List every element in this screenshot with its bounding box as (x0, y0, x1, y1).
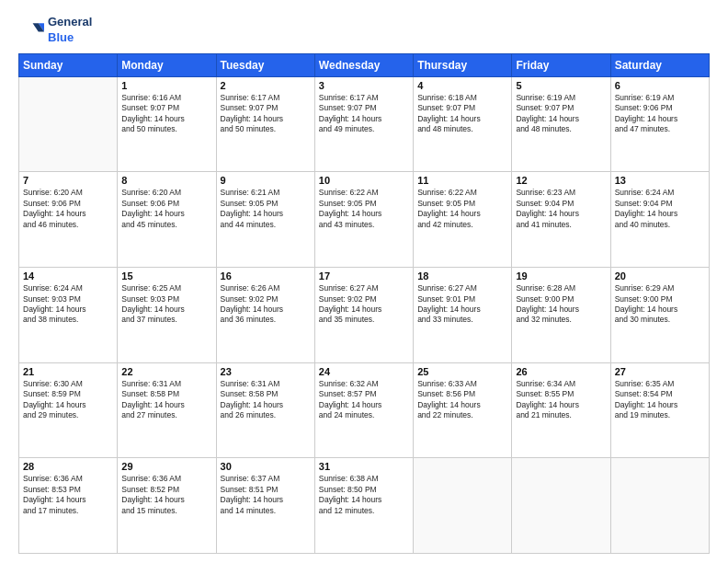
calendar-day-cell: 5Sunrise: 6:19 AM Sunset: 9:07 PM Daylig… (512, 76, 610, 172)
calendar-day-cell: 15Sunrise: 6:25 AM Sunset: 9:03 PM Dayli… (118, 268, 216, 363)
day-number: 30 (221, 461, 311, 472)
day-number: 4 (417, 80, 507, 91)
calendar-day-cell: 10Sunrise: 6:22 AM Sunset: 9:05 PM Dayli… (314, 172, 413, 268)
day-info: Sunrise: 6:35 AM Sunset: 8:54 PM Dayligh… (615, 379, 705, 421)
day-number: 6 (615, 80, 705, 91)
day-header: Monday (118, 53, 216, 76)
calendar-header-row: SundayMondayTuesdayWednesdayThursdayFrid… (19, 53, 710, 76)
day-info: Sunrise: 6:17 AM Sunset: 9:07 PM Dayligh… (319, 93, 409, 135)
page: General Blue SundayMondayTuesdayWednesda… (0, 0, 728, 563)
calendar-day-cell: 23Sunrise: 6:31 AM Sunset: 8:58 PM Dayli… (216, 362, 314, 458)
day-info: Sunrise: 6:22 AM Sunset: 9:05 PM Dayligh… (319, 188, 409, 230)
calendar-day-cell: 24Sunrise: 6:32 AM Sunset: 8:57 PM Dayli… (314, 362, 413, 458)
calendar-day-cell: 6Sunrise: 6:19 AM Sunset: 9:06 PM Daylig… (610, 76, 709, 172)
day-header: Sunday (19, 53, 118, 76)
day-number: 10 (319, 175, 409, 186)
calendar-week-row: 1Sunrise: 6:16 AM Sunset: 9:07 PM Daylig… (19, 76, 710, 172)
day-info: Sunrise: 6:24 AM Sunset: 9:03 PM Dayligh… (23, 283, 113, 326)
day-info: Sunrise: 6:31 AM Sunset: 8:58 PM Dayligh… (121, 379, 211, 421)
day-info: Sunrise: 6:25 AM Sunset: 9:03 PM Dayligh… (121, 283, 211, 326)
calendar-day-cell: 17Sunrise: 6:27 AM Sunset: 9:02 PM Dayli… (314, 268, 413, 363)
day-info: Sunrise: 6:31 AM Sunset: 8:58 PM Dayligh… (221, 379, 311, 421)
day-number: 11 (417, 175, 507, 186)
day-number: 27 (615, 366, 705, 377)
calendar-day-cell: 31Sunrise: 6:38 AM Sunset: 8:50 PM Dayli… (314, 458, 413, 554)
day-number: 18 (417, 270, 507, 282)
calendar-week-row: 7Sunrise: 6:20 AM Sunset: 9:06 PM Daylig… (19, 172, 710, 268)
day-number: 21 (23, 366, 113, 377)
day-info: Sunrise: 6:21 AM Sunset: 9:05 PM Dayligh… (221, 188, 311, 230)
day-number: 15 (121, 270, 211, 282)
day-number: 16 (221, 270, 311, 282)
calendar-day-cell: 27Sunrise: 6:35 AM Sunset: 8:54 PM Dayli… (610, 362, 709, 458)
day-info: Sunrise: 6:32 AM Sunset: 8:57 PM Dayligh… (319, 379, 409, 421)
logo: General Blue (18, 15, 92, 46)
calendar-day-cell: 8Sunrise: 6:20 AM Sunset: 9:06 PM Daylig… (118, 172, 216, 268)
day-number: 2 (221, 80, 311, 91)
day-number: 22 (121, 366, 211, 377)
calendar-day-cell (414, 458, 512, 554)
calendar-day-cell (512, 458, 610, 554)
calendar-day-cell: 30Sunrise: 6:37 AM Sunset: 8:51 PM Dayli… (216, 458, 314, 554)
day-info: Sunrise: 6:19 AM Sunset: 9:07 PM Dayligh… (516, 93, 606, 135)
day-info: Sunrise: 6:24 AM Sunset: 9:04 PM Dayligh… (615, 188, 705, 230)
calendar-week-row: 14Sunrise: 6:24 AM Sunset: 9:03 PM Dayli… (19, 268, 710, 363)
calendar-week-row: 21Sunrise: 6:30 AM Sunset: 8:59 PM Dayli… (19, 362, 710, 458)
day-info: Sunrise: 6:29 AM Sunset: 9:00 PM Dayligh… (615, 283, 705, 326)
day-header: Thursday (414, 53, 512, 76)
day-info: Sunrise: 6:20 AM Sunset: 9:06 PM Dayligh… (121, 188, 211, 230)
day-header: Wednesday (314, 53, 413, 76)
calendar-day-cell: 11Sunrise: 6:22 AM Sunset: 9:05 PM Dayli… (414, 172, 512, 268)
day-number: 19 (516, 270, 606, 282)
day-info: Sunrise: 6:36 AM Sunset: 8:52 PM Dayligh… (121, 474, 211, 516)
calendar-day-cell: 16Sunrise: 6:26 AM Sunset: 9:02 PM Dayli… (216, 268, 314, 363)
day-info: Sunrise: 6:16 AM Sunset: 9:07 PM Dayligh… (121, 93, 211, 135)
calendar-day-cell: 28Sunrise: 6:36 AM Sunset: 8:53 PM Dayli… (19, 458, 118, 554)
day-info: Sunrise: 6:37 AM Sunset: 8:51 PM Dayligh… (221, 474, 311, 516)
day-number: 29 (121, 461, 211, 472)
day-info: Sunrise: 6:17 AM Sunset: 9:07 PM Dayligh… (221, 93, 311, 135)
day-number: 24 (319, 366, 409, 377)
day-info: Sunrise: 6:36 AM Sunset: 8:53 PM Dayligh… (23, 474, 113, 516)
day-info: Sunrise: 6:26 AM Sunset: 9:02 PM Dayligh… (221, 283, 311, 326)
calendar-day-cell: 3Sunrise: 6:17 AM Sunset: 9:07 PM Daylig… (314, 76, 413, 172)
day-number: 26 (516, 366, 606, 377)
day-info: Sunrise: 6:34 AM Sunset: 8:55 PM Dayligh… (516, 379, 606, 421)
calendar-day-cell: 13Sunrise: 6:24 AM Sunset: 9:04 PM Dayli… (610, 172, 709, 268)
day-header: Saturday (610, 53, 709, 76)
day-number: 14 (23, 270, 113, 282)
calendar-day-cell: 25Sunrise: 6:33 AM Sunset: 8:56 PM Dayli… (414, 362, 512, 458)
day-info: Sunrise: 6:38 AM Sunset: 8:50 PM Dayligh… (319, 474, 409, 516)
calendar-day-cell: 4Sunrise: 6:18 AM Sunset: 9:07 PM Daylig… (414, 76, 512, 172)
day-header: Tuesday (216, 53, 314, 76)
day-number: 23 (221, 366, 311, 377)
calendar-week-row: 28Sunrise: 6:36 AM Sunset: 8:53 PM Dayli… (19, 458, 710, 554)
calendar-day-cell: 9Sunrise: 6:21 AM Sunset: 9:05 PM Daylig… (216, 172, 314, 268)
day-number: 5 (516, 80, 606, 91)
day-number: 7 (23, 175, 113, 186)
calendar-day-cell: 7Sunrise: 6:20 AM Sunset: 9:06 PM Daylig… (19, 172, 118, 268)
calendar-day-cell: 12Sunrise: 6:23 AM Sunset: 9:04 PM Dayli… (512, 172, 610, 268)
calendar-day-cell: 18Sunrise: 6:27 AM Sunset: 9:01 PM Dayli… (414, 268, 512, 363)
calendar-day-cell: 19Sunrise: 6:28 AM Sunset: 9:00 PM Dayli… (512, 268, 610, 363)
day-info: Sunrise: 6:27 AM Sunset: 9:02 PM Dayligh… (319, 283, 409, 326)
day-number: 1 (121, 80, 211, 91)
calendar-table: SundayMondayTuesdayWednesdayThursdayFrid… (18, 53, 710, 554)
calendar-day-cell: 1Sunrise: 6:16 AM Sunset: 9:07 PM Daylig… (118, 76, 216, 172)
day-info: Sunrise: 6:30 AM Sunset: 8:59 PM Dayligh… (23, 379, 113, 421)
day-info: Sunrise: 6:22 AM Sunset: 9:05 PM Dayligh… (417, 188, 507, 230)
day-number: 9 (221, 175, 311, 186)
calendar-day-cell: 14Sunrise: 6:24 AM Sunset: 9:03 PM Dayli… (19, 268, 118, 363)
calendar-day-cell (610, 458, 709, 554)
calendar-day-cell (19, 76, 118, 172)
day-info: Sunrise: 6:20 AM Sunset: 9:06 PM Dayligh… (23, 188, 113, 230)
calendar-day-cell: 2Sunrise: 6:17 AM Sunset: 9:07 PM Daylig… (216, 76, 314, 172)
day-info: Sunrise: 6:19 AM Sunset: 9:06 PM Dayligh… (615, 93, 705, 135)
day-info: Sunrise: 6:33 AM Sunset: 8:56 PM Dayligh… (417, 379, 507, 421)
calendar-day-cell: 26Sunrise: 6:34 AM Sunset: 8:55 PM Dayli… (512, 362, 610, 458)
logo-text: General Blue (48, 15, 92, 46)
day-number: 12 (516, 175, 606, 186)
day-number: 25 (417, 366, 507, 377)
logo-icon (18, 17, 44, 43)
day-number: 20 (615, 270, 705, 282)
